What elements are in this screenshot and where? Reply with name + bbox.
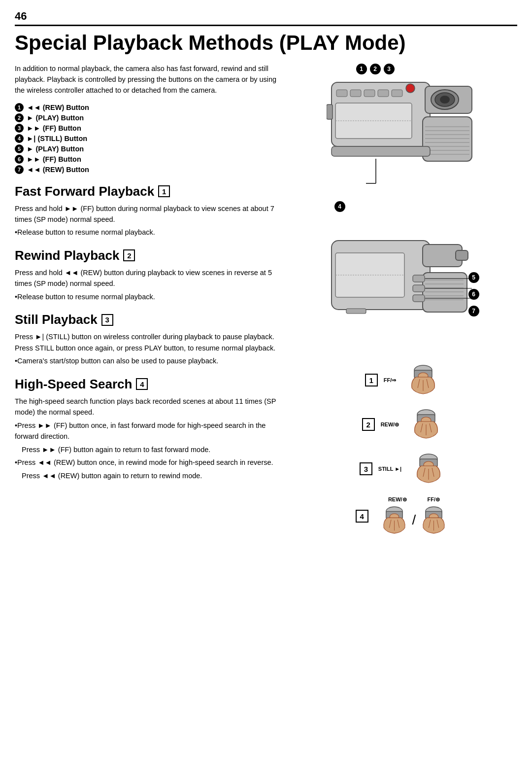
camera-diagram-top: 1 2 3: [327, 64, 479, 212]
rew-text-1: Press and hold ◄◄ (REW) button during pl…: [15, 267, 278, 289]
section-body-rew: Press and hold ◄◄ (REW) button during pl…: [15, 267, 278, 302]
list-item: 4 ►| (STILL) Button: [15, 134, 278, 143]
bullet-4: 4: [15, 134, 24, 143]
diagram-3: 3 STILL ►|: [360, 449, 446, 489]
section-fast-forward: Fast Forward Playback 1 Press and hold ►…: [15, 184, 278, 238]
svg-rect-17: [378, 90, 389, 97]
svg-rect-22: [327, 105, 332, 119]
camera-side-svg: [327, 226, 479, 344]
cam-label-5: 5: [468, 272, 479, 283]
hand-icon-2: [409, 408, 443, 440]
diagram-4-label-right: FF/⊜: [428, 496, 440, 503]
section-heading-still: Still Playback: [15, 312, 98, 327]
list-item: 5 ► (PLAY) Button: [15, 144, 278, 153]
svg-rect-44: [346, 309, 366, 314]
section-heading-hs: High-Speed Search: [15, 377, 132, 392]
diagram-2: 2 REW/⊜: [362, 405, 444, 444]
bullet-2: 2: [15, 113, 24, 122]
button-label-7: ◄◄ (REW) Button: [27, 166, 89, 174]
section-rewind: Rewind Playback 2 Press and hold ◄◄ (REW…: [15, 248, 278, 302]
cam-label-6: 6: [468, 289, 479, 300]
diagram-4-slash: /: [412, 513, 416, 527]
bullet-3: 3: [15, 124, 24, 133]
section-body-hs: The high-speed search function plays bac…: [15, 396, 278, 481]
still-text-2: •Camera's start/stop button can also be …: [15, 355, 278, 366]
button-label-3: ►► (FF) Button: [27, 124, 81, 132]
bullet-5: 5: [15, 144, 24, 153]
svg-rect-37: [413, 285, 425, 292]
hand-icon-4a: [378, 504, 410, 536]
hand-icon-3: [411, 452, 446, 484]
rew-text-2: •Release button to resume normal playbac…: [15, 291, 278, 302]
diagram-box-1: 1: [365, 374, 378, 386]
diagram-1-label: FF/⇒: [384, 377, 397, 384]
diagram-4: 4 REW/⊜ FF/⊜: [356, 493, 450, 539]
svg-rect-16: [364, 90, 375, 97]
list-item: 3 ►► (FF) Button: [15, 124, 278, 133]
svg-rect-14: [336, 90, 347, 97]
button-label-6: ►► (FF) Button: [27, 155, 81, 163]
section-still: Still Playback 3 Press ►| (STILL) button…: [15, 312, 278, 366]
still-text-1: Press ►| (STILL) button on wireless cont…: [15, 331, 278, 353]
section-heading-ff: Fast Forward Playback: [15, 184, 154, 199]
svg-rect-38: [413, 295, 425, 302]
button-list: 1 ◄◄ (REW) Button 2 ► (PLAY) Button 3 ►►…: [15, 103, 278, 174]
camera-top-svg: [327, 77, 479, 211]
list-item: 6 ►► (FF) Button: [15, 155, 278, 164]
cam-label-1: 1: [356, 64, 367, 74]
svg-rect-23: [332, 146, 430, 156]
svg-point-21: [406, 84, 415, 93]
svg-rect-36: [413, 275, 425, 282]
ff-text-2: •Release button to resume normal playbac…: [15, 227, 278, 238]
diagram-1: 1 FF/⇒: [365, 360, 441, 400]
cam-label-7: 7: [468, 306, 479, 316]
page-title: Special Playback Methods (PLAY Mode): [15, 31, 517, 55]
button-label-2: ► (PLAY) Button: [27, 114, 84, 122]
page-number: 46: [15, 10, 517, 23]
diagram-box-2: 2: [362, 418, 375, 431]
svg-rect-18: [392, 90, 402, 97]
section-heading-rew: Rewind Playback: [15, 248, 119, 263]
section-box-4: 4: [136, 378, 148, 390]
section-box-2: 2: [123, 249, 135, 261]
bullet-6: 6: [15, 155, 24, 164]
diagram-4-label-left: REW/⊜: [388, 496, 407, 503]
bullet-7: 7: [15, 165, 24, 174]
section-high-speed: High-Speed Search 4 The high-speed searc…: [15, 377, 278, 481]
cam-label-3: 3: [384, 64, 395, 74]
section-body-ff: Press and hold ►► (FF) button during nor…: [15, 203, 278, 238]
hs-text-2: Press ►► (FF) button again to return to …: [15, 444, 278, 455]
hs-text-3: •Press ◄◄ (REW) button once, in rewind m…: [15, 457, 278, 468]
bullet-1: 1: [15, 103, 24, 112]
button-label-5: ► (PLAY) Button: [27, 145, 84, 153]
hand-icon-4b: [418, 504, 450, 536]
diagram-box-4: 4: [356, 510, 368, 523]
hs-text-1: •Press ►► (FF) button once, in fast forw…: [15, 420, 278, 442]
diagram-2-label: REW/⊜: [381, 421, 399, 428]
camera-diagram-side: 5 6 7: [327, 226, 479, 346]
svg-rect-28: [456, 250, 468, 260]
cam-label-4: 4: [334, 201, 345, 212]
button-label-1: ◄◄ (REW) Button: [27, 104, 89, 111]
list-item: 7 ◄◄ (REW) Button: [15, 165, 278, 174]
diagram-4-label-spacer: [410, 496, 425, 503]
button-label-4: ►| (STILL) Button: [27, 135, 87, 142]
diagram-box-3: 3: [360, 462, 372, 475]
ff-text-1: Press and hold ►► (FF) button during nor…: [15, 203, 278, 225]
section-box-1: 1: [158, 185, 170, 197]
intro-text: In addition to normal playback, the came…: [15, 64, 278, 96]
hs-text-0: The high-speed search function plays bac…: [15, 396, 278, 418]
section-body-still: Press ►| (STILL) button on wireless cont…: [15, 331, 278, 366]
hs-text-4: Press ◄◄ (REW) button again to return to…: [15, 470, 278, 481]
svg-point-4: [440, 96, 450, 104]
hand-icon-1: [406, 363, 440, 395]
list-item: 2 ► (PLAY) Button: [15, 113, 278, 122]
section-box-3: 3: [101, 314, 113, 326]
cam-label-2: 2: [370, 64, 381, 74]
diagram-3-label: STILL ►|: [378, 466, 401, 472]
list-item: 1 ◄◄ (REW) Button: [15, 103, 278, 112]
svg-rect-15: [350, 90, 361, 97]
